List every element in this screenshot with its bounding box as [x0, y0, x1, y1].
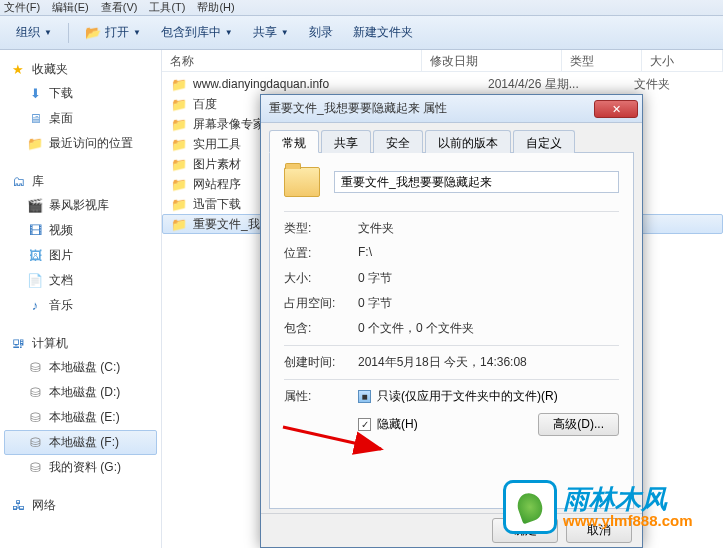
- hidden-checkbox[interactable]: ✓隐藏(H): [358, 416, 418, 433]
- separator: [284, 211, 619, 212]
- advanced-button[interactable]: 高级(D)...: [538, 413, 619, 436]
- column-headers: 名称 修改日期 类型 大小: [162, 50, 723, 72]
- drive-icon: ⛁: [27, 410, 43, 426]
- folder-icon: 📁: [171, 116, 187, 132]
- created-value: 2014年5月18日 今天，14:36:08: [358, 354, 619, 371]
- location-value: F:\: [358, 245, 619, 262]
- sidebar-item-music[interactable]: ♪音乐: [4, 293, 157, 318]
- checkbox-icon: ■: [358, 390, 371, 403]
- favorites-group[interactable]: ★收藏夹: [4, 58, 157, 81]
- type-label: 类型:: [284, 220, 358, 237]
- col-date[interactable]: 修改日期: [422, 50, 562, 71]
- menu-help[interactable]: 帮助(H): [197, 0, 234, 15]
- menu-file[interactable]: 文件(F): [4, 0, 40, 15]
- dialog-titlebar[interactable]: 重要文件_我想要要隐藏起来 属性 ✕: [261, 95, 642, 123]
- menu-edit[interactable]: 编辑(E): [52, 0, 89, 15]
- dialog-title: 重要文件_我想要要隐藏起来 属性: [269, 100, 594, 117]
- tab-content-general: 类型:文件夹 位置:F:\ 大小:0 字节 占用空间:0 字节 包含:0 个文件…: [269, 153, 634, 509]
- tab-security[interactable]: 安全: [373, 130, 423, 153]
- library-group[interactable]: 🗂库: [4, 170, 157, 193]
- readonly-checkbox[interactable]: ■只读(仅应用于文件夹中的文件)(R): [358, 388, 558, 405]
- tab-general[interactable]: 常规: [269, 130, 319, 153]
- explorer-toolbar: 组织▼ 📂 打开▼ 包含到库中▼ 共享▼ 刻录 新建文件夹: [0, 16, 723, 50]
- computer-group[interactable]: 🖳计算机: [4, 332, 157, 355]
- close-button[interactable]: ✕: [594, 100, 638, 118]
- drive-icon: ⛁: [27, 385, 43, 401]
- size-value: 0 字节: [358, 270, 619, 287]
- watermark-url: www.ylmf888.com: [563, 512, 693, 529]
- sidebar-item-drive-f[interactable]: ⛁本地磁盘 (F:): [4, 430, 157, 455]
- folder-icon: 📁: [171, 216, 187, 232]
- sidebar-item-desktop[interactable]: 🖥桌面: [4, 106, 157, 131]
- sidebar-item-storm[interactable]: 🎬暴风影视库: [4, 193, 157, 218]
- library-icon: 🗂: [10, 174, 26, 190]
- video-icon: 🎞: [27, 223, 43, 239]
- col-name[interactable]: 名称: [162, 50, 422, 71]
- separator: [68, 23, 69, 43]
- document-icon: 📄: [27, 273, 43, 289]
- menu-tools[interactable]: 工具(T): [149, 0, 185, 15]
- download-icon: ⬇: [27, 86, 43, 102]
- folder-large-icon: [284, 167, 320, 197]
- desktop-icon: 🖥: [27, 111, 43, 127]
- dialog-tabs: 常规 共享 安全 以前的版本 自定义: [269, 129, 634, 153]
- folder-open-icon: 📂: [85, 25, 101, 41]
- col-type[interactable]: 类型: [562, 50, 642, 71]
- sidebar-item-drive-g[interactable]: ⛁我的资料 (G:): [4, 455, 157, 480]
- folder-icon: 📁: [171, 76, 187, 92]
- share-button[interactable]: 共享▼: [245, 21, 297, 44]
- drive-icon: ⛁: [27, 360, 43, 376]
- col-size[interactable]: 大小: [642, 50, 723, 71]
- watermark-logo-icon: [503, 480, 557, 534]
- new-folder-button[interactable]: 新建文件夹: [345, 21, 421, 44]
- organize-button[interactable]: 组织▼: [8, 21, 60, 44]
- sidebar-item-drive-c[interactable]: ⛁本地磁盘 (C:): [4, 355, 157, 380]
- recent-icon: 📁: [27, 136, 43, 152]
- contains-value: 0 个文件，0 个文件夹: [358, 320, 619, 337]
- sidebar-item-recent[interactable]: 📁最近访问的位置: [4, 131, 157, 156]
- folder-name-input[interactable]: [334, 171, 619, 193]
- watermark-brand: 雨林木风: [563, 486, 693, 512]
- video-icon: 🎬: [27, 198, 43, 214]
- sidebar-item-pictures[interactable]: 🖼图片: [4, 243, 157, 268]
- separator: [284, 345, 619, 346]
- folder-icon: 📁: [171, 196, 187, 212]
- sidebar-item-downloads[interactable]: ⬇下载: [4, 81, 157, 106]
- tab-share[interactable]: 共享: [321, 130, 371, 153]
- folder-icon: 📁: [171, 176, 187, 192]
- separator: [284, 379, 619, 380]
- sidebar-item-drive-e[interactable]: ⛁本地磁盘 (E:): [4, 405, 157, 430]
- checkbox-icon: ✓: [358, 418, 371, 431]
- tab-custom[interactable]: 自定义: [513, 130, 575, 153]
- close-icon: ✕: [612, 103, 621, 115]
- disk-label: 占用空间:: [284, 295, 358, 312]
- attributes-label: 属性:: [284, 388, 358, 405]
- folder-icon: 📁: [171, 136, 187, 152]
- include-button[interactable]: 包含到库中▼: [153, 21, 241, 44]
- created-label: 创建时间:: [284, 354, 358, 371]
- open-button[interactable]: 📂 打开▼: [77, 21, 149, 44]
- file-row[interactable]: 📁www.dianyingdaquan.info2014/4/26 星期...文…: [162, 74, 723, 94]
- network-group[interactable]: 🖧网络: [4, 494, 157, 517]
- tab-previous[interactable]: 以前的版本: [425, 130, 511, 153]
- burn-button[interactable]: 刻录: [301, 21, 341, 44]
- sidebar-item-drive-d[interactable]: ⛁本地磁盘 (D:): [4, 380, 157, 405]
- menu-view[interactable]: 查看(V): [101, 0, 138, 15]
- menu-bar: 文件(F) 编辑(E) 查看(V) 工具(T) 帮助(H): [0, 0, 723, 16]
- type-value: 文件夹: [358, 220, 619, 237]
- chevron-down-icon: ▼: [281, 28, 289, 37]
- disk-value: 0 字节: [358, 295, 619, 312]
- watermark: 雨林木风 www.ylmf888.com: [503, 466, 723, 548]
- computer-icon: 🖳: [10, 336, 26, 352]
- drive-icon: ⛁: [27, 435, 43, 451]
- contains-label: 包含:: [284, 320, 358, 337]
- sidebar-item-documents[interactable]: 📄文档: [4, 268, 157, 293]
- picture-icon: 🖼: [27, 248, 43, 264]
- music-icon: ♪: [27, 298, 43, 314]
- chevron-down-icon: ▼: [44, 28, 52, 37]
- chevron-down-icon: ▼: [225, 28, 233, 37]
- sidebar-item-videos[interactable]: 🎞视频: [4, 218, 157, 243]
- location-label: 位置:: [284, 245, 358, 262]
- drive-icon: ⛁: [27, 460, 43, 476]
- folder-icon: 📁: [171, 96, 187, 112]
